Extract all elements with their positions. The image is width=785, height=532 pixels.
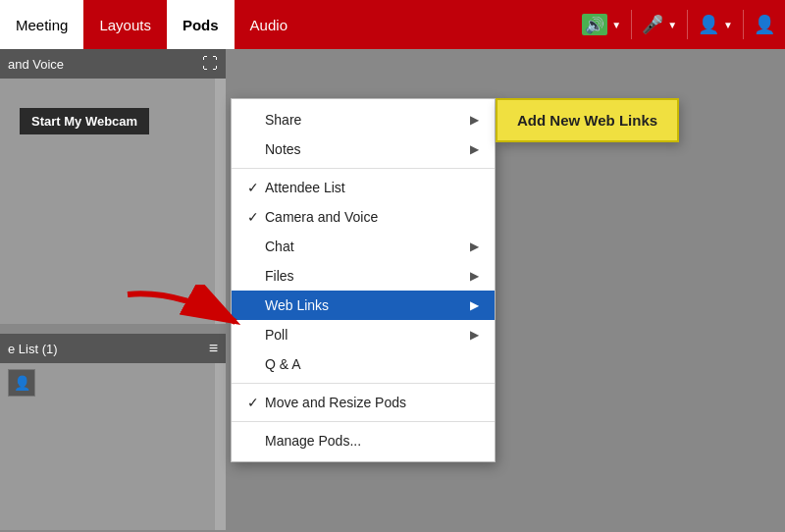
- menu-item-notes[interactable]: Notes ▶: [232, 134, 495, 164]
- attendee-list-title: e List (1): [8, 342, 58, 356]
- attendee-list-title-bar: e List (1) ≡: [0, 334, 226, 363]
- label-web-links: Web Links: [265, 297, 470, 313]
- content-area: and Voice ⛶ Start My Webcam e List (1) ≡…: [0, 49, 785, 532]
- attendee-expand-icon[interactable]: ≡: [209, 340, 218, 357]
- mic-button[interactable]: 🎤 ▼: [632, 0, 687, 49]
- separator-2: [232, 383, 495, 384]
- menu-item-camera-voice[interactable]: ✓ Camera and Voice: [232, 202, 495, 232]
- camera-voice-title-bar: and Voice ⛶: [0, 49, 226, 79]
- toolbar-right: 🔊 ▼ 🎤 ▼ 👤 ▼ 👤: [572, 0, 785, 49]
- panel-scroll-top[interactable]: [214, 79, 226, 324]
- menu-item-web-links[interactable]: Web Links ▶: [232, 291, 495, 320]
- menu-item-move-resize[interactable]: ✓ Move and Resize Pods: [232, 388, 495, 417]
- label-files: Files: [265, 268, 470, 284]
- panel-scroll-bottom[interactable]: [214, 363, 226, 530]
- speaker-dropdown-arrow: ▼: [611, 20, 621, 30]
- camera-voice-title: and Voice: [8, 57, 64, 72]
- extra-button[interactable]: 👤: [744, 0, 785, 49]
- speaker-button[interactable]: 🔊 ▼: [572, 0, 631, 49]
- start-webcam-button[interactable]: Start My Webcam: [20, 108, 149, 134]
- camera-voice-panel: and Voice ⛶ Start My Webcam: [0, 49, 226, 324]
- label-share: Share: [265, 112, 470, 128]
- menu-layouts[interactable]: Layouts: [83, 0, 167, 49]
- label-chat: Chat: [265, 239, 470, 254]
- arrow-poll: ▶: [470, 328, 479, 342]
- label-poll: Poll: [265, 327, 470, 343]
- attendee-row: 👤: [0, 363, 226, 402]
- mic-icon: 🎤: [642, 14, 663, 35]
- speaker-icon: 🔊: [582, 14, 607, 35]
- arrow-share: ▶: [470, 113, 479, 127]
- webcam-area: Start My Webcam: [0, 79, 226, 164]
- menu-item-attendee-list[interactable]: ✓ Attendee List: [232, 173, 495, 202]
- check-move-resize: ✓: [247, 395, 265, 410]
- web-links-submenu: Add New Web Links: [496, 98, 679, 142]
- separator-1: [232, 168, 495, 169]
- arrow-web-links: ▶: [470, 298, 479, 312]
- check-camera-voice: ✓: [247, 209, 265, 225]
- arrow-chat: ▶: [470, 239, 479, 253]
- label-attendee-list: Attendee List: [265, 180, 479, 195]
- menu-item-manage-pods[interactable]: Manage Pods...: [232, 426, 495, 455]
- label-notes: Notes: [265, 141, 470, 157]
- expand-icon[interactable]: ⛶: [202, 55, 218, 73]
- menu-item-qa[interactable]: Q & A: [232, 349, 495, 379]
- add-new-web-links-item[interactable]: Add New Web Links: [497, 100, 677, 140]
- person-dropdown-arrow: ▼: [723, 20, 733, 30]
- person-icon: 👤: [698, 14, 719, 35]
- attendee-list-panel: e List (1) ≡ 👤: [0, 334, 226, 530]
- menu-bar: Meeting Layouts Pods Audio 🔊 ▼ 🎤 ▼ 👤 ▼ 👤: [0, 0, 785, 49]
- arrow-notes: ▶: [470, 142, 479, 156]
- label-camera-voice: Camera and Voice: [265, 209, 479, 225]
- menu-item-chat[interactable]: Chat ▶: [232, 232, 495, 261]
- label-move-resize: Move and Resize Pods: [265, 395, 479, 410]
- attendee-avatar: 👤: [8, 369, 35, 397]
- menu-audio[interactable]: Audio: [235, 0, 303, 49]
- label-manage-pods: Manage Pods...: [265, 433, 479, 449]
- mic-dropdown-arrow: ▼: [667, 20, 677, 30]
- menu-item-poll[interactable]: Poll ▶: [232, 320, 495, 349]
- menu-item-files[interactable]: Files ▶: [232, 261, 495, 291]
- menu-pods[interactable]: Pods: [167, 0, 235, 49]
- separator-3: [232, 421, 495, 422]
- arrow-files: ▶: [470, 269, 479, 283]
- label-qa: Q & A: [265, 356, 479, 372]
- pods-dropdown-menu: Share ▶ Notes ▶ ✓ Attendee List ✓ Camera…: [231, 98, 496, 462]
- menu-meeting[interactable]: Meeting: [0, 0, 83, 49]
- extra-icon: 👤: [754, 14, 775, 35]
- check-attendee-list: ✓: [247, 180, 265, 195]
- person-button[interactable]: 👤 ▼: [688, 0, 743, 49]
- menu-item-share[interactable]: Share ▶: [232, 105, 495, 134]
